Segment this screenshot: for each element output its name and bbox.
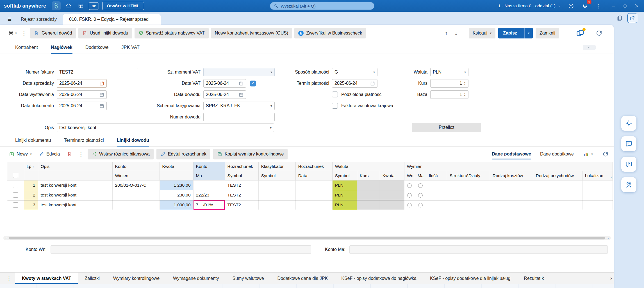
tab-sumy-walutowe[interactable]: Sumy walutowe	[226, 273, 271, 284]
copy-controlling-dimensions-button[interactable]: Kopiuj wymiary kontrolingowe	[213, 149, 288, 159]
column-header-kwota[interactable]: Kwota	[160, 162, 193, 171]
toolbar-more-icon[interactable]: ⋮	[20, 29, 28, 38]
cell-kwota[interactable]: 1 230,00	[160, 180, 193, 190]
delete-proof-lines-button[interactable]: Usuń linijki dowodu	[78, 28, 132, 38]
cell-ma[interactable]	[415, 200, 426, 210]
cell-konto-winien[interactable]	[112, 190, 160, 200]
subheader-data[interactable]: Data	[295, 171, 332, 180]
cell-rozrachunek-data[interactable]	[295, 190, 332, 200]
spinner-icon[interactable]: ▲▼	[464, 93, 466, 97]
cell-select[interactable]	[7, 200, 24, 210]
wn-radio[interactable]	[407, 203, 412, 207]
collapse-panel-icon[interactable]: ‹	[611, 174, 613, 180]
column-header-lp[interactable]: Lp↑	[24, 162, 38, 171]
refresh-icon[interactable]	[596, 30, 602, 36]
close-document-button[interactable]: Zamknij	[536, 28, 559, 38]
tab-zaliczki[interactable]: Zaliczki	[78, 273, 106, 284]
cell-ilosc[interactable]	[426, 180, 447, 190]
help-chat-icon[interactable]	[621, 157, 636, 172]
vat-date-checkbox[interactable]	[250, 81, 256, 86]
cell-opis[interactable]: test konwersji kont	[38, 190, 112, 200]
tab-edycja-rejestr[interactable]: 010, FSKR, 0 – Edycja – Rejestr sprzed	[63, 14, 161, 25]
help-icon[interactable]	[566, 1, 575, 10]
row-checkbox[interactable]	[13, 202, 18, 208]
cell-klasyfikator-symbol[interactable]	[258, 190, 295, 200]
cell-klasyfikator-symbol[interactable]	[258, 200, 295, 210]
collapse-header-icon[interactable]	[583, 45, 596, 50]
description-value[interactable]	[59, 125, 268, 130]
invoice-number-input[interactable]	[57, 68, 138, 76]
cell-lp[interactable]: 2	[24, 190, 38, 200]
tab-linijki-dowodu[interactable]: Linijki dowodu	[117, 134, 149, 146]
column-header-konto-winien[interactable]: Konto	[112, 162, 160, 171]
column-header-opis[interactable]: Opis	[38, 162, 112, 171]
calendar-icon[interactable]	[239, 81, 244, 86]
row-checkbox[interactable]	[13, 192, 18, 198]
cell-ma[interactable]	[415, 190, 426, 200]
cell-rozrachunek-symbol[interactable]: TEST2	[225, 180, 258, 190]
cell-kwota[interactable]: 1 000,00	[160, 200, 193, 210]
proof-number-input[interactable]	[203, 113, 275, 121]
column-header-waluta[interactable]: Waluta	[332, 162, 404, 171]
split-payment-checkbox[interactable]	[332, 92, 338, 97]
pages-icon[interactable]	[616, 15, 623, 22]
cell-wn[interactable]	[404, 190, 415, 200]
support-agent-icon[interactable]	[621, 177, 636, 192]
tab-kontrahent[interactable]: Kontrahent	[15, 41, 38, 54]
cell-ilosc[interactable]	[426, 200, 447, 210]
chevron-down-icon[interactable]: ▾	[270, 126, 272, 130]
softlab-mark-icon[interactable]	[52, 1, 61, 10]
tab-jpk-vat[interactable]: JPK VAT	[121, 41, 140, 54]
wn-radio[interactable]	[407, 183, 412, 188]
ma-radio[interactable]	[418, 193, 423, 198]
scroll-right-icon[interactable]: ›	[607, 236, 609, 240]
subheader-ilosc[interactable]: Ilość	[426, 171, 447, 180]
wn-radio[interactable]	[407, 193, 412, 198]
posting-schema-select[interactable]: SPRZ_KRAJ_FK▾	[203, 102, 275, 110]
notifications-bell-icon[interactable]: 1	[580, 1, 589, 10]
cell-rodzaj-kosztow[interactable]	[490, 190, 533, 200]
lines-more-icon[interactable]: ⋮	[77, 150, 85, 159]
bottom-tabs-more-icon[interactable]: ⋮	[3, 273, 15, 284]
cell-select[interactable]	[7, 190, 24, 200]
subheader-symbol2[interactable]: Symbol	[258, 171, 295, 180]
subheader-ma[interactable]: Ma	[193, 171, 225, 180]
payment-method-select[interactable]: G▾	[332, 68, 377, 76]
cell-rozrachunek-symbol[interactable]: TEST2	[225, 190, 258, 200]
cell-rodzaj-przychodow[interactable]	[533, 200, 582, 210]
subheader-rodzaj-kosztow[interactable]: Rodzaj kosztów	[490, 171, 533, 180]
subheader-ma2[interactable]: Ma	[415, 171, 426, 180]
cell-konto-winien[interactable]	[112, 200, 160, 210]
chart-view-icon[interactable]: ▾	[581, 150, 595, 158]
tab-rejestr-sprzedazy[interactable]: Rejestr sprzedaży	[15, 14, 63, 25]
cell-kwota[interactable]: 230,00	[160, 190, 193, 200]
cell-konto-ma[interactable]: 222/23	[193, 190, 225, 200]
cell-konto-ma[interactable]	[193, 180, 225, 190]
sale-date-field[interactable]: 2025-06-24	[57, 79, 107, 88]
payment-due-field[interactable]: 2025-06-24	[332, 79, 377, 88]
tab-dodatkowe-dane-jpk[interactable]: Dodatkowe dane dla JPK	[271, 273, 335, 284]
tab-linijki-dokumentu[interactable]: Linijki dokumentu	[15, 134, 51, 146]
calendar-icon[interactable]	[99, 81, 104, 86]
tabs-scroll-right-icon[interactable]: ›	[610, 273, 612, 284]
scroll-left-icon[interactable]: ‹	[6, 236, 7, 240]
close-button[interactable]	[634, 4, 639, 8]
print-button[interactable]: ▾	[7, 29, 18, 37]
tab-dodatkowe[interactable]: Dodatkowe	[85, 41, 109, 54]
save-options-icon[interactable]: ▾	[524, 28, 533, 38]
calendar-icon[interactable]	[99, 92, 104, 97]
cell-ma[interactable]	[415, 180, 426, 190]
cell-konto-ma-editor[interactable]: 7__/01%	[193, 200, 225, 210]
tab-rezultat[interactable]: Rezultat k	[517, 273, 546, 284]
ma-radio[interactable]	[418, 203, 423, 207]
description-input[interactable]: ▾	[57, 124, 274, 132]
cell-rozrachunek-symbol[interactable]: TEST2	[225, 200, 258, 210]
tab-wymiary-kontrolingowe[interactable]: Wymiary kontrolingowe	[106, 273, 166, 284]
cell-waluta-symbol[interactable]: PLN	[332, 190, 357, 200]
table-row[interactable]: 1 test konwersji kont 200/01-O-017-C 1 2…	[7, 180, 613, 190]
calendar-icon[interactable]	[370, 81, 375, 86]
select-all-checkbox[interactable]	[13, 173, 18, 178]
table-row[interactable]: 2 test konwersji kont 230,00 222/23 TEST…	[7, 190, 613, 200]
proof-date-field[interactable]: 2025-06-24	[203, 90, 246, 99]
next-record-icon[interactable]: ↓	[452, 30, 459, 36]
